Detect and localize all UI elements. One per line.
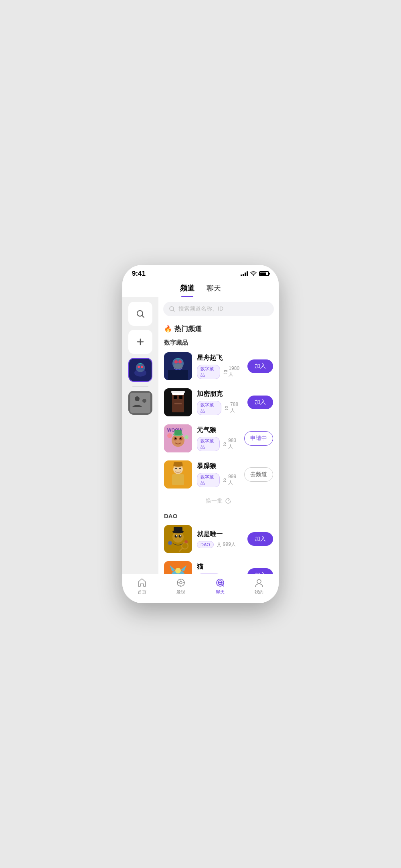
svg-rect-26 — [171, 391, 185, 393]
svg-point-79 — [257, 579, 261, 583]
channel-name-jiushi: 就是唯一 — [197, 530, 243, 539]
channel-item-xingzhou: 星舟起飞 数字藏品 1980人 — [162, 348, 275, 384]
channel-thumb-jiushi — [164, 525, 192, 553]
channel-thumb-jiami — [164, 388, 192, 416]
nav-discover-label: 发现 — [176, 589, 185, 595]
nav-home[interactable]: 首页 — [122, 577, 162, 595]
channel-members-jiami: 788人 — [225, 402, 243, 414]
members-icon-jiushi — [217, 542, 222, 547]
app-content: 频道 聊天 — [122, 279, 279, 603]
dao-section-label: DAO — [158, 509, 279, 521]
svg-point-15 — [178, 360, 182, 363]
channel-meta-jiami: 数字藏品 788人 — [197, 401, 243, 415]
sidebar-divider — [132, 386, 148, 387]
svg-rect-25 — [174, 403, 182, 404]
channel-info-jiushi: 就是唯一 DAO 999人 — [197, 530, 243, 548]
status-icons — [241, 271, 269, 277]
join-btn-xingzhou[interactable]: 加入 — [247, 359, 273, 373]
nav-home-label: 首页 — [138, 589, 146, 595]
nav-profile[interactable]: 我的 — [240, 577, 279, 595]
channel-meta-xingzhou: 数字藏品 1980人 — [197, 365, 243, 379]
channel-name-xingzhou: 星舟起飞 — [197, 354, 243, 362]
svg-point-27 — [225, 406, 227, 408]
svg-point-19 — [226, 370, 227, 372]
channel-info-mao: 猫 数字藏品 999人 — [197, 563, 243, 574]
join-btn-mao[interactable]: 加入 — [247, 568, 273, 574]
svg-point-18 — [224, 370, 226, 371]
channel-members-xingzhou: 1980人 — [223, 365, 243, 378]
tab-channel[interactable]: 频道 — [180, 283, 194, 297]
svg-point-39 — [224, 442, 225, 444]
channel-meta-baozao: 数字藏品 999人 — [197, 473, 239, 487]
wifi-icon — [250, 271, 257, 277]
channel-tag-baozao: 数字藏品 — [197, 473, 220, 487]
status-time: 9:41 — [132, 270, 146, 278]
refresh-label: 换一批 — [206, 497, 223, 505]
phone-frame: 9:41 频道 聊 — [122, 265, 279, 603]
channel-tag-jiami: 数字藏品 — [197, 401, 221, 415]
svg-rect-8 — [130, 393, 150, 413]
svg-point-6 — [141, 366, 143, 368]
svg-rect-51 — [174, 527, 182, 533]
top-nav: 频道 聊天 — [122, 279, 279, 297]
channel-item-mao: 猫 数字藏品 999人 — [162, 557, 275, 574]
channel-thumb-baozao — [164, 460, 192, 489]
svg-point-10 — [142, 399, 146, 403]
channel-list: 星舟起飞 数字藏品 1980人 — [158, 348, 279, 493]
channel-name-mao: 猫 — [197, 563, 243, 571]
svg-point-37 — [167, 433, 172, 438]
channel-info-yuanqi: 元气猴 数字藏品 983人 — [197, 426, 239, 451]
join-btn-jiami[interactable]: 加入 — [247, 396, 273, 409]
svg-point-47 — [224, 478, 225, 480]
channel-members-baozao: 999人 — [223, 474, 239, 486]
svg-point-0 — [253, 275, 254, 276]
svg-point-58 — [184, 540, 188, 543]
nav-chat[interactable]: 聊天 — [200, 577, 240, 595]
svg-point-54 — [176, 535, 177, 537]
channel-name-baozao: 暴躁猴 — [197, 462, 239, 470]
svg-point-55 — [180, 535, 181, 537]
nav-profile-label: 我的 — [255, 589, 263, 595]
search-bar[interactable]: 搜索频道名称、ID — [163, 302, 274, 316]
svg-point-38 — [184, 435, 188, 439]
add-sidebar-btn[interactable] — [128, 330, 152, 354]
sidebar-avatar-1[interactable] — [128, 358, 152, 382]
digital-collectibles-label: 数字藏品 — [158, 336, 279, 348]
search-placeholder-text: 搜索频道名称、ID — [178, 305, 223, 313]
join-btn-jiushi[interactable]: 加入 — [247, 532, 273, 546]
signal-icon — [241, 271, 248, 276]
sidebar-avatar-2[interactable] — [128, 391, 152, 415]
channel-tag-jiushi: DAO — [197, 541, 214, 548]
tab-chat[interactable]: 聊天 — [207, 283, 221, 297]
nav-discover[interactable]: 发现 — [162, 577, 201, 595]
svg-rect-46 — [174, 462, 182, 466]
channel-info-xingzhou: 星舟起飞 数字藏品 1980人 — [197, 354, 243, 379]
applying-btn-yuanqi[interactable]: 申请中 — [244, 431, 273, 446]
svg-point-78 — [221, 582, 222, 583]
svg-point-73 — [180, 581, 182, 584]
dao-channel-list: 就是唯一 DAO 999人 — [158, 521, 279, 574]
refresh-row[interactable]: 换一批 — [158, 493, 279, 509]
svg-point-9 — [135, 396, 140, 401]
members-icon-yuanqi — [223, 442, 227, 446]
channel-tag-xingzhou: 数字藏品 — [197, 365, 220, 379]
bottom-nav: 首页 发现 聊天 — [122, 574, 279, 603]
main-area: 搜索频道名称、ID 🔥 热门频道 数字藏品 — [122, 297, 279, 574]
profile-icon — [254, 577, 264, 588]
svg-point-5 — [138, 366, 140, 368]
channel-item-jiami: 加密朋克 数字藏品 788人 — [162, 384, 275, 420]
svg-point-14 — [174, 360, 178, 363]
search-icon — [169, 306, 175, 312]
channel-item-baozao: 暴躁猴 数字藏品 999人 — [162, 456, 275, 493]
channel-item-yuanqi: WOOW — [162, 420, 275, 456]
search-sidebar-btn[interactable] — [128, 302, 152, 326]
status-bar: 9:41 — [122, 265, 279, 279]
goto-btn-baozao[interactable]: 去频道 — [244, 467, 273, 482]
svg-point-77 — [220, 582, 221, 583]
members-icon — [223, 369, 228, 374]
battery-icon — [259, 271, 269, 276]
svg-point-76 — [219, 582, 219, 583]
channel-meta-jiushi: DAO 999人 — [197, 541, 243, 548]
members-icon-jiami — [225, 406, 229, 410]
discover-icon — [176, 577, 186, 588]
